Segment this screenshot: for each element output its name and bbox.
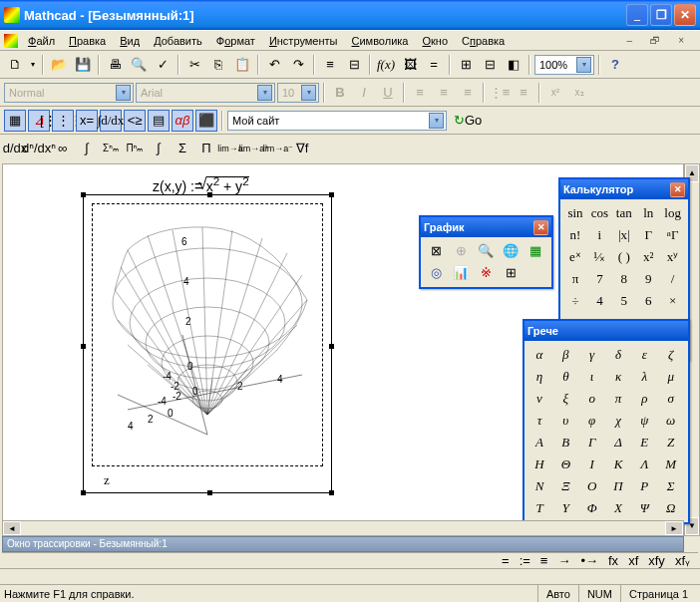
- greek-key[interactable]: Ψ: [632, 497, 656, 519]
- calc-key[interactable]: ln: [636, 202, 660, 224]
- limit-right-button[interactable]: lim→a⁺: [243, 138, 265, 159]
- calc-key[interactable]: /: [661, 268, 685, 290]
- size-combo[interactable]: 10 ▾: [277, 83, 319, 103]
- programming-icon[interactable]: ▤: [148, 110, 170, 132]
- greek-key[interactable]: Σ: [659, 475, 683, 497]
- greek-key[interactable]: ν: [527, 388, 551, 410]
- trace-window-title[interactable]: Окно трассировки - Безымянный:1: [2, 536, 684, 552]
- limit-left-button[interactable]: lim→a⁻: [267, 138, 289, 159]
- menu-tools[interactable]: Инструменты: [263, 33, 344, 49]
- eval-fx[interactable]: fx: [608, 553, 618, 568]
- calc-key[interactable]: |x|: [612, 224, 636, 246]
- greek-key[interactable]: Μ: [659, 453, 683, 475]
- greek-key[interactable]: μ: [659, 366, 683, 388]
- greek-key[interactable]: Γ: [580, 432, 604, 453]
- greek-key[interactable]: Ν: [527, 475, 551, 497]
- horizontal-scrollbar[interactable]: [2, 520, 684, 536]
- component2-button[interactable]: ⊟: [479, 54, 501, 76]
- greek-key[interactable]: Κ: [606, 453, 630, 475]
- calc-key[interactable]: i: [587, 224, 611, 246]
- graph-palette-title[interactable]: График ✕: [421, 217, 551, 237]
- zoom-button[interactable]: 🔍: [474, 240, 498, 262]
- mdi-min-icon[interactable]: –: [621, 33, 639, 48]
- greek-key[interactable]: Δ: [606, 432, 630, 453]
- greek-key[interactable]: β: [553, 344, 577, 366]
- new-dropdown[interactable]: ▾: [28, 54, 38, 76]
- greek-key[interactable]: ε: [632, 344, 656, 366]
- graph-palette[interactable]: График ✕ ⊠ ⊕ 🔍 🌐 ▦ ◎ 📊 ※ ⊞: [419, 215, 553, 289]
- 3d-scatter-button[interactable]: 📊: [449, 262, 473, 284]
- greek-key[interactable]: Ι: [580, 453, 604, 475]
- greek-key[interactable]: Ξ: [553, 475, 577, 497]
- prod-button[interactable]: Π: [195, 138, 217, 159]
- greek-key[interactable]: δ: [606, 344, 630, 366]
- greek-key[interactable]: ξ: [553, 388, 577, 410]
- zoom-combo[interactable]: 100% ▾: [534, 55, 594, 75]
- greek-palette-title[interactable]: Грече: [525, 321, 688, 341]
- fx-button[interactable]: f(x): [375, 54, 397, 76]
- greek-key[interactable]: ρ: [632, 388, 656, 410]
- limit-button[interactable]: lim→a: [219, 138, 241, 159]
- chevron-down-icon[interactable]: ▾: [116, 85, 131, 101]
- xy-plot-button[interactable]: ⊠: [424, 240, 448, 262]
- symbolic-icon[interactable]: ⬛: [195, 110, 217, 132]
- greek-key[interactable]: χ: [606, 410, 630, 432]
- vector-plot-button[interactable]: ※: [474, 262, 498, 284]
- style-combo[interactable]: Normal ▾: [4, 83, 134, 103]
- calculator-icon[interactable]: ▦: [4, 110, 26, 132]
- greek-key[interactable]: Φ: [580, 497, 604, 519]
- greek-key[interactable]: θ: [553, 366, 577, 388]
- surface-plot-region[interactable]: -4 -2 0 2 4 4 2 0 -2 -4 0 2 4 6: [83, 194, 332, 493]
- eval-eq[interactable]: =: [502, 553, 510, 568]
- calc-key[interactable]: 5: [612, 290, 636, 312]
- greek-palette[interactable]: Грече αβγδεζηθικλμνξοπρστυφχψωΑΒΓΔΕΖΗΘΙΚ…: [523, 319, 690, 524]
- menu-window[interactable]: Окно: [416, 33, 454, 49]
- chevron-down-icon[interactable]: ▾: [301, 85, 316, 101]
- new-button[interactable]: 🗋: [4, 54, 26, 76]
- greek-key[interactable]: γ: [580, 344, 604, 366]
- address-combo[interactable]: Мой сайт ▾: [227, 111, 447, 131]
- eval-assign[interactable]: :=: [520, 553, 530, 568]
- calc-key[interactable]: 4: [587, 290, 611, 312]
- menu-edit[interactable]: Правка: [63, 33, 112, 49]
- maximize-button[interactable]: ❐: [650, 4, 672, 26]
- mdi-restore-icon[interactable]: 🗗: [644, 33, 666, 48]
- greek-key[interactable]: Ρ: [632, 475, 656, 497]
- greek-key[interactable]: Θ: [553, 453, 577, 475]
- greek-key[interactable]: α: [527, 344, 551, 366]
- align-right-button[interactable]: ≡: [457, 82, 479, 104]
- redo-button[interactable]: ↷: [287, 54, 309, 76]
- eval-global[interactable]: ≡: [540, 553, 548, 568]
- close-button[interactable]: ✕: [674, 4, 696, 26]
- picture-button[interactable]: ⊞: [499, 262, 523, 284]
- eval-xfy2[interactable]: xfᵧ: [675, 553, 690, 568]
- greek-key[interactable]: π: [606, 388, 630, 410]
- matrix-icon[interactable]: [⋮⋮⋮]: [52, 110, 74, 132]
- preview-button[interactable]: 🔍: [128, 54, 150, 76]
- greek-key[interactable]: φ: [580, 410, 604, 432]
- greek-key[interactable]: υ: [553, 410, 577, 432]
- cut-button[interactable]: ✂: [183, 54, 205, 76]
- component3-button[interactable]: ◧: [503, 54, 525, 76]
- menu-format[interactable]: Формат: [210, 33, 261, 49]
- calculus-icon[interactable]: ∫d/dx: [100, 110, 122, 132]
- calc-key[interactable]: cos: [587, 202, 611, 224]
- greek-key[interactable]: ζ: [659, 344, 683, 366]
- greek-key[interactable]: Χ: [606, 497, 630, 519]
- undo-button[interactable]: ↶: [263, 54, 285, 76]
- calc-key[interactable]: ¹⁄ₓ: [587, 246, 611, 268]
- greek-key[interactable]: τ: [527, 410, 551, 432]
- calc-key[interactable]: tan: [612, 202, 636, 224]
- component1-button[interactable]: ⊞: [455, 54, 477, 76]
- greek-key[interactable]: Ζ: [659, 432, 683, 453]
- chevron-down-icon[interactable]: ▾: [429, 113, 444, 129]
- print-button[interactable]: 🖶: [104, 54, 126, 76]
- calc-key[interactable]: Γ: [636, 224, 660, 246]
- greek-key[interactable]: ι: [580, 366, 604, 388]
- eval-icon[interactable]: x=: [76, 110, 98, 132]
- calc-key[interactable]: 7: [587, 268, 611, 290]
- calc-key[interactable]: log: [661, 202, 685, 224]
- calc-key[interactable]: 6: [636, 290, 660, 312]
- font-combo[interactable]: Arial ▾: [136, 83, 275, 103]
- greek-key[interactable]: Α: [527, 432, 551, 453]
